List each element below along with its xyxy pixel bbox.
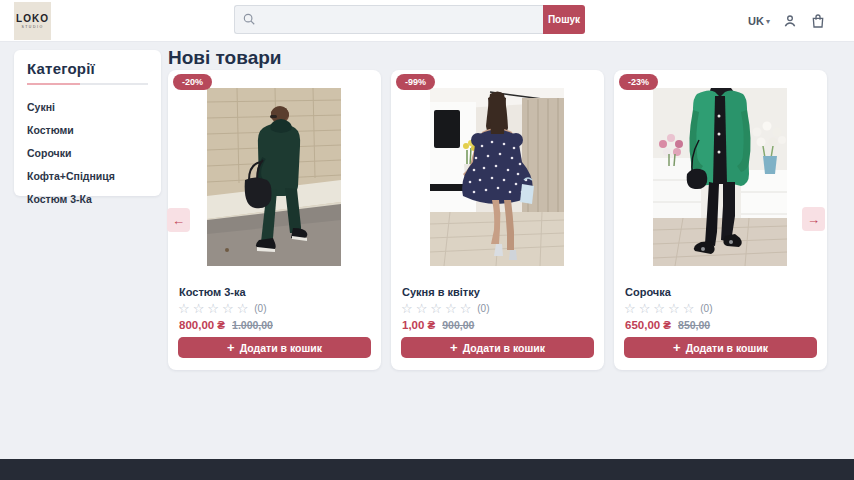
rating: ☆☆☆☆☆ (0) [624, 302, 713, 315]
product-image[interactable] [430, 88, 564, 266]
plus-icon: + [227, 341, 235, 354]
star-icon: ☆ [193, 302, 205, 315]
price: 1,00 ₴ [402, 319, 435, 331]
carousel-next-button[interactable]: → [802, 207, 825, 231]
footer [0, 459, 854, 480]
arrow-right-icon: → [807, 212, 820, 227]
arrow-left-icon: ← [172, 213, 185, 228]
plus-icon: + [673, 341, 681, 354]
discount-badge: -20% [173, 74, 212, 90]
product-image[interactable] [207, 88, 341, 266]
sidebar-item-suits[interactable]: Костюми [27, 118, 148, 141]
rating: ☆☆☆☆☆ (0) [401, 302, 490, 315]
categories-title: Категорії [27, 60, 148, 77]
star-icon: ☆ [639, 302, 651, 315]
product-card: -99% Сукня в квітку ☆☆☆☆☆ [391, 70, 604, 370]
discount-badge: -23% [619, 74, 658, 90]
logo-title: LOKO [16, 14, 49, 24]
search-input[interactable] [234, 5, 543, 34]
sidebar-item-dresses[interactable]: Сукні [27, 95, 148, 118]
search-icon [242, 12, 256, 26]
star-icon: ☆ [178, 302, 190, 315]
product-title[interactable]: Костюм 3-ка [179, 286, 246, 298]
price: 800,00 ₴ [179, 319, 225, 331]
carousel-prev-button[interactable]: ← [167, 208, 190, 232]
header: LOKO STUDIO Пошук UK ▾ [0, 0, 854, 42]
rating-count: (0) [700, 303, 712, 314]
star-icon: ☆ [683, 302, 695, 315]
star-icon: ☆ [624, 302, 636, 315]
logo-subtitle: STUDIO [21, 25, 43, 29]
star-icon: ☆ [445, 302, 457, 315]
user-icon[interactable] [782, 13, 798, 29]
star-icon: ☆ [653, 302, 665, 315]
old-price: 900,00 [442, 319, 474, 331]
chevron-down-icon: ▾ [766, 17, 770, 26]
star-icon: ☆ [207, 302, 219, 315]
add-to-cart-label: Додати в кошик [240, 342, 322, 354]
add-to-cart-button[interactable]: + Додати в кошик [401, 337, 594, 358]
plus-icon: + [450, 341, 458, 354]
star-icon: ☆ [430, 302, 442, 315]
search-button[interactable]: Пошук [543, 5, 585, 34]
cart-icon[interactable] [810, 13, 826, 29]
add-to-cart-label: Додати в кошик [463, 342, 545, 354]
logo[interactable]: LOKO STUDIO [14, 2, 51, 40]
categories-panel: Категорії Сукні Костюми Сорочки Кофта+Сп… [14, 50, 161, 196]
divider [27, 83, 148, 85]
categories-list: Сукні Костюми Сорочки Кофта+Спідниця Кос… [27, 95, 148, 210]
search-bar: Пошук [234, 5, 585, 34]
page-title: Нові товари [168, 47, 282, 69]
sidebar-item-shirts[interactable]: Сорочки [27, 141, 148, 164]
product-title[interactable]: Сукня в квітку [402, 286, 480, 298]
rating-count: (0) [254, 303, 266, 314]
product-card: -23% Сорочка ☆☆☆☆☆ (0) 650,00 ₴ 850,00 [614, 70, 827, 370]
language-label: UK [748, 15, 764, 27]
old-price: 1.000,00 [232, 319, 273, 331]
sidebar-item-top-skirt[interactable]: Кофта+Спідниця [27, 164, 148, 187]
star-icon: ☆ [222, 302, 234, 315]
add-to-cart-button[interactable]: + Додати в кошик [624, 337, 817, 358]
product-image[interactable] [653, 88, 787, 266]
old-price: 850,00 [678, 319, 710, 331]
star-icon: ☆ [460, 302, 472, 315]
star-icon: ☆ [237, 302, 249, 315]
rating-count: (0) [477, 303, 489, 314]
star-icon: ☆ [668, 302, 680, 315]
product-title[interactable]: Сорочка [625, 286, 671, 298]
product-card: -20% Костюм 3-ка ☆☆☆☆☆ (0) 800,00 ₴ [168, 70, 381, 370]
language-selector[interactable]: UK ▾ [748, 15, 770, 27]
add-to-cart-button[interactable]: + Додати в кошик [178, 337, 371, 358]
discount-badge: -99% [396, 74, 435, 90]
star-icon: ☆ [401, 302, 413, 315]
star-icon: ☆ [416, 302, 428, 315]
rating: ☆☆☆☆☆ (0) [178, 302, 267, 315]
sidebar-item-suit-3pc[interactable]: Костюм 3-Ка [27, 187, 148, 210]
price: 650,00 ₴ [625, 319, 671, 331]
add-to-cart-label: Додати в кошик [686, 342, 768, 354]
